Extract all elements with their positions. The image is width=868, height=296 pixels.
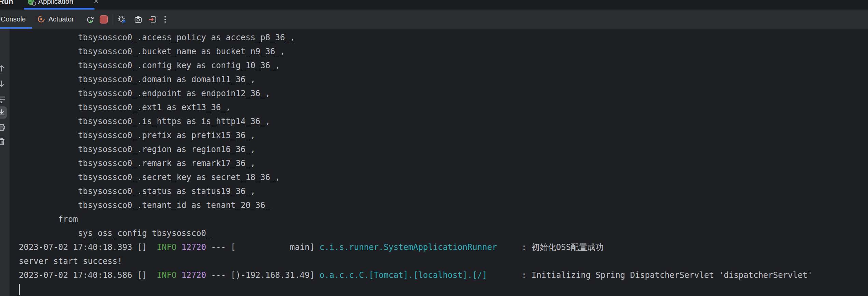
run-toolbar: Console Actuator xyxy=(0,10,868,29)
console-line: tbsysossco0_.status as status19_36_, xyxy=(19,184,812,198)
console-line: tbsysossco0_.domain as domain11_36_, xyxy=(19,73,812,87)
console-line: tbsysossco0_.bucket_name as bucket_n9_36… xyxy=(19,45,812,59)
text-cursor xyxy=(19,284,20,295)
console-line: tbsysossco0_.endpoint as endpoin12_36_, xyxy=(19,87,812,101)
run-tool-window-header: Run Application ✕ xyxy=(0,0,868,10)
toolbar-separator xyxy=(113,14,113,25)
console-line: server start success! xyxy=(19,254,812,268)
export-icon[interactable] xyxy=(148,15,157,24)
console-line: sys_oss_config tbsysossco0_ xyxy=(19,226,812,240)
soft-wrap-icon[interactable] xyxy=(0,94,6,103)
rerun-icon[interactable] xyxy=(86,15,95,24)
console-line: from xyxy=(19,212,812,226)
console-line: tbsysossco0_.secret_key as secret_18_36_… xyxy=(19,171,812,184)
close-icon[interactable]: ✕ xyxy=(93,0,99,6)
clear-all-icon[interactable] xyxy=(0,137,6,146)
console-line: tbsysossco0_.remark as remark17_36_, xyxy=(19,157,812,171)
stop-icon[interactable] xyxy=(100,15,108,24)
tab-application-label: Application xyxy=(38,0,73,6)
console-line: 2023-07-02 17:40:18.393 [] INFO 12720 --… xyxy=(19,240,812,254)
console-output[interactable]: tbsysossco0_.access_policy as access_p8_… xyxy=(10,29,868,296)
console-line: tbsysossco0_.access_policy as access_p8_… xyxy=(19,31,812,45)
print-icon[interactable] xyxy=(0,123,6,132)
tab-console[interactable]: Console xyxy=(0,10,32,29)
scroll-down-icon[interactable] xyxy=(0,79,6,88)
actuator-icon xyxy=(37,15,46,24)
scroll-up-icon[interactable] xyxy=(0,64,6,73)
console-line: tbsysossco0_.tenant_id as tenant_20_36_ xyxy=(19,198,812,212)
run-tool-window-label[interactable]: Run xyxy=(0,0,13,7)
scroll-to-end-icon[interactable] xyxy=(0,108,6,117)
console-lines: tbsysossco0_.access_policy as access_p8_… xyxy=(19,31,812,295)
console-line: tbsysossco0_.region as region16_36_, xyxy=(19,143,812,157)
tab-actuator-label: Actuator xyxy=(48,15,74,23)
tab-console-label: Console xyxy=(1,15,26,23)
console-line: tbsysossco0_.prefix as prefix15_36_, xyxy=(19,129,812,143)
thread-dump-camera-icon[interactable] xyxy=(134,15,143,24)
console-gutter xyxy=(0,29,10,296)
console-line: tbsysossco0_.is_https as is_http14_36_, xyxy=(19,115,812,129)
console-line: tbsysossco0_.ext1 as ext13_36_, xyxy=(19,101,812,115)
console-line: 2023-07-02 17:40:18.586 [] INFO 12720 --… xyxy=(19,268,812,282)
spring-boot-run-icon xyxy=(27,0,37,7)
attach-debugger-icon[interactable] xyxy=(117,15,126,24)
console-line: tbsysossco0_.config_key as config_10_36_… xyxy=(19,59,812,73)
tab-actuator[interactable]: Actuator xyxy=(37,10,74,29)
more-options-icon[interactable] xyxy=(161,15,170,24)
